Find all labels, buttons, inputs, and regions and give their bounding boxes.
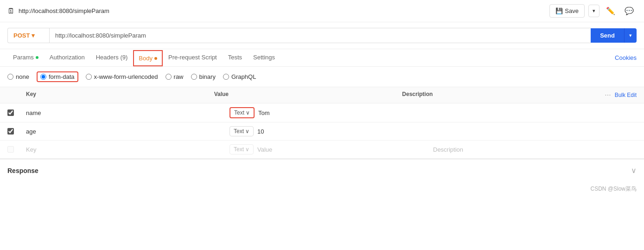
empty-row-key[interactable]: Key <box>26 146 230 153</box>
table-row-empty: Key Text ∨ Value Description <box>0 141 644 159</box>
title-bar-right: 💾 Save ▾ ✏️ 💬 <box>549 4 637 18</box>
send-dropdown-button[interactable]: ▾ <box>624 28 637 43</box>
radio-raw[interactable]: raw <box>166 73 184 80</box>
row2-check[interactable] <box>7 128 26 135</box>
col-value-header: Value <box>214 91 402 99</box>
radio-form-data[interactable]: form-data <box>37 71 78 82</box>
tab-body[interactable]: Body <box>133 50 163 66</box>
radio-raw-input[interactable] <box>166 74 172 80</box>
table-row: name Text ∨ Tom <box>0 103 644 122</box>
footer: CSDN @Slow菜鸟 <box>0 181 644 197</box>
tab-headers[interactable]: Headers (9) <box>90 49 134 66</box>
cookies-link[interactable]: Cookies <box>615 54 637 61</box>
radio-urlencoded[interactable]: x-www-form-urlencoded <box>86 73 158 80</box>
radio-urlencoded-input[interactable] <box>86 74 92 80</box>
empty-row-description[interactable]: Description <box>433 146 637 153</box>
request-bar: POST ▾ Send ▾ <box>0 22 644 49</box>
radio-raw-label: raw <box>174 73 184 80</box>
method-label: POST <box>13 32 30 39</box>
tab-pre-request[interactable]: Pre-request Script <box>163 49 223 66</box>
tab-settings[interactable]: Settings <box>248 49 281 66</box>
body-dot <box>154 57 157 60</box>
row1-check[interactable] <box>7 109 26 116</box>
empty-row-type-select[interactable]: Text ∨ <box>230 144 254 154</box>
tab-authorization-label: Authorization <box>50 54 85 61</box>
radio-binary-input[interactable] <box>191 74 197 80</box>
response-section[interactable]: Response ∨ <box>0 159 644 181</box>
radio-form-data-label: form-data <box>49 73 75 80</box>
col-actions-header: ··· Bulk Edit <box>590 91 637 99</box>
radio-graphql-input[interactable] <box>223 74 229 80</box>
save-label: Save <box>565 7 579 14</box>
method-select[interactable]: POST ▾ <box>7 28 49 43</box>
url-input[interactable] <box>49 28 591 43</box>
empty-row-value[interactable]: Value <box>257 146 433 153</box>
col-desc-header: Description <box>402 91 590 99</box>
row2-value: 10 <box>257 128 433 135</box>
row1-type-select[interactable]: Text ∨ <box>230 107 255 118</box>
row2-checkbox[interactable] <box>7 128 14 135</box>
params-dot <box>36 56 38 59</box>
method-chevron-icon: ▾ <box>32 32 35 39</box>
bulk-edit-link[interactable]: Bulk Edit <box>615 92 637 98</box>
col-check-header <box>7 91 26 99</box>
save-dropdown-button[interactable]: ▾ <box>588 5 599 17</box>
title-bar: 🗓 http://localhost:8080/simpleParam 💾 Sa… <box>0 0 644 22</box>
tab-authorization[interactable]: Authorization <box>44 49 90 66</box>
edit-button[interactable]: ✏️ <box>603 4 618 18</box>
tab-params[interactable]: Params <box>7 49 44 66</box>
comment-button[interactable]: 💬 <box>622 4 637 18</box>
empty-row-checkbox <box>7 146 14 153</box>
title-bar-left: 🗓 http://localhost:8080/simpleParam <box>7 7 109 15</box>
radio-graphql[interactable]: GraphQL <box>223 73 256 80</box>
empty-type-chevron-icon: ∨ <box>245 146 249 153</box>
empty-key-placeholder: Key <box>26 146 36 153</box>
row1-key: name <box>26 109 230 116</box>
row1-value: Tom <box>258 109 433 116</box>
tab-tests[interactable]: Tests <box>223 49 248 66</box>
tab-body-label: Body <box>139 55 153 62</box>
footer-credit: CSDN @Slow菜鸟 <box>590 185 637 193</box>
empty-type-label: Text <box>234 146 244 153</box>
tab-params-label: Params <box>13 54 34 61</box>
tab-headers-label: Headers (9) <box>96 54 128 61</box>
row1-checkbox[interactable] <box>7 109 14 116</box>
title-url: http://localhost:8080/simpleParam <box>19 7 109 14</box>
empty-row-check <box>7 146 26 153</box>
response-chevron-icon: ∨ <box>631 166 637 175</box>
row1-type-chevron-icon: ∨ <box>246 109 250 116</box>
response-title: Response <box>7 167 38 174</box>
send-btn-group: Send ▾ <box>591 28 637 43</box>
radio-none-label: none <box>16 73 29 80</box>
radio-none[interactable]: none <box>7 73 29 80</box>
col-key-header: Key <box>26 91 214 99</box>
tab-settings-label: Settings <box>253 54 275 61</box>
send-button[interactable]: Send <box>591 28 624 43</box>
body-options: none form-data x-www-form-urlencoded raw… <box>0 67 644 87</box>
tab-pre-request-label: Pre-request Script <box>168 54 217 61</box>
row2-key: age <box>26 128 230 135</box>
table-header: Key Value Description ··· Bulk Edit <box>0 87 644 103</box>
row1-type-label: Text <box>234 109 244 116</box>
radio-none-input[interactable] <box>7 74 13 80</box>
save-icon: 💾 <box>555 7 563 14</box>
app-icon: 🗓 <box>7 7 15 15</box>
radio-urlencoded-label: x-www-form-urlencoded <box>94 73 158 80</box>
row2-type-chevron-icon: ∨ <box>245 128 249 135</box>
row2-type-label: Text <box>234 128 244 135</box>
radio-form-data-input[interactable] <box>40 74 46 80</box>
radio-graphql-label: GraphQL <box>231 73 256 80</box>
tabs-bar: Params Authorization Headers (9) Body Pr… <box>0 49 644 67</box>
radio-binary[interactable]: binary <box>191 73 216 80</box>
row2-type-select[interactable]: Text ∨ <box>230 126 254 136</box>
three-dots-icon[interactable]: ··· <box>605 91 611 99</box>
tab-tests-label: Tests <box>228 54 242 61</box>
radio-binary-label: binary <box>199 73 216 80</box>
table-row: age Text ∨ 10 <box>0 122 644 141</box>
save-button[interactable]: 💾 Save <box>549 4 585 18</box>
